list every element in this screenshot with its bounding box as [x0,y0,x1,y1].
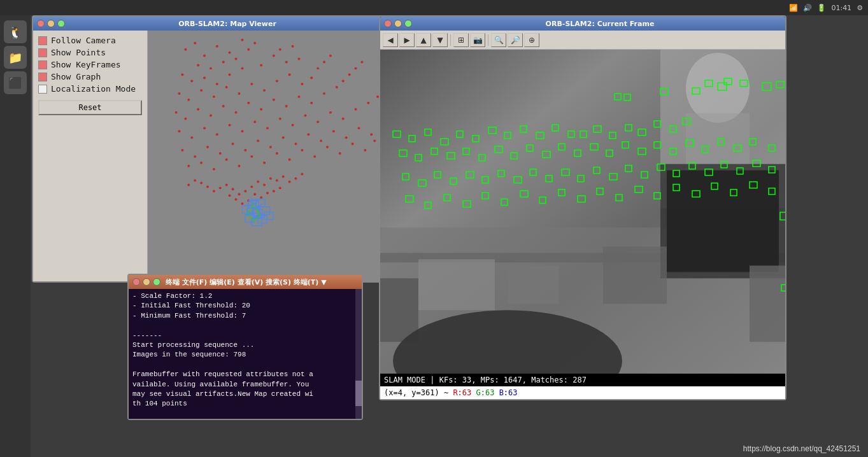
svg-point-8 [210,67,212,69]
svg-point-124 [187,183,190,186]
show-points-row[interactable]: Show Points [38,48,142,57]
svg-point-44 [222,105,225,108]
map-viewer-titlebar: ORB-SLAM2: Map Viewer [33,17,387,31]
follow-camera-row[interactable]: Follow Camera [38,36,142,45]
frame-titlebar: ORB-SLAM2: Current Frame [380,17,785,31]
close-button[interactable] [37,20,45,27]
show-points-checkbox[interactable] [38,48,47,57]
svg-point-30 [238,92,240,95]
dock-icon-ubuntu[interactable]: 🐧 [4,20,27,43]
svg-point-14 [190,80,193,82]
svg-point-10 [235,58,238,60]
svg-point-120 [213,190,215,192]
frame-minimize-button[interactable] [394,20,402,27]
frame-close-button[interactable] [384,20,392,27]
svg-point-1 [184,48,187,51]
map-controls: Follow Camera Show Points Show KeyFrames… [33,31,148,281]
show-keyframes-row[interactable]: Show KeyFrames [38,60,142,69]
svg-point-129 [301,173,303,176]
svg-point-101 [276,152,278,155]
minimize-button[interactable] [47,20,55,27]
svg-point-22 [285,60,288,63]
svg-point-4 [216,45,218,48]
dock-icon-terminal[interactable]: ⬛ [4,71,27,94]
svg-point-49 [285,105,288,108]
svg-point-102 [288,158,291,161]
svg-point-41 [184,118,187,120]
toolbar-down-button[interactable]: ▼ [432,33,448,47]
toolbar-up-button[interactable]: ▲ [416,33,431,47]
svg-point-23 [292,45,294,48]
terminal-line-9: Framebuffer with requested attributes no… [132,370,358,379]
svg-point-138 [279,186,281,189]
svg-point-131 [260,196,262,199]
svg-point-109 [373,139,376,142]
terminal-line-2: - Initial Fast Threshold: 20 [132,301,358,311]
svg-point-12 [253,42,256,45]
toolbar-camera-button[interactable]: 📷 [470,33,485,47]
svg-point-26 [187,99,190,101]
maximize-button[interactable] [57,20,65,27]
terminal-maximize-button[interactable] [153,278,160,286]
terminal-close-button[interactable] [132,278,140,286]
svg-point-136 [229,194,231,197]
terminal-scrollbar-thumb[interactable] [355,381,362,406]
follow-camera-checkbox[interactable] [38,36,47,45]
svg-point-64 [253,120,256,123]
svg-point-122 [200,181,203,184]
terminal-title: 终端 文件(F) 编辑(E) 查看(V) 搜索(S) 终端(T) ▼ [166,278,358,287]
svg-point-9 [222,60,225,63]
svg-point-38 [323,60,325,63]
svg-point-72 [355,108,357,111]
svg-point-96 [213,168,215,171]
coord-xy: (x=4, y=361) ~ [384,388,453,397]
terminal-line-7: Images in the sequence: 798 [132,350,358,360]
svg-rect-171 [418,259,495,310]
dock-icon-files[interactable]: 📁 [4,46,27,69]
frame-toolbar: ◀ ▶ ▲ ▼ ⊞ 📷 🔍 🔎 ⊕ [380,31,785,50]
show-graph-row[interactable]: Show Graph [38,72,142,81]
svg-point-73 [367,102,369,104]
show-graph-checkbox[interactable] [38,73,47,81]
reset-button[interactable]: Reset [38,100,142,115]
toolbar-reset-zoom-button[interactable]: ⊕ [524,33,539,47]
terminal-titlebar: 终端 文件(F) 编辑(E) 查看(V) 搜索(S) 终端(T) ▼ [129,275,362,289]
localization-mode-checkbox[interactable] [38,85,47,94]
toolbar-zoom-out-button[interactable]: 🔎 [508,33,523,47]
svg-point-66 [279,118,281,120]
map-viewer-content: Follow Camera Show Points Show KeyFrames… [33,31,387,281]
toolbar-home-button[interactable]: ⊞ [453,33,469,47]
svg-point-91 [370,133,373,136]
svg-point-132 [266,192,269,194]
svg-point-46 [247,102,250,104]
svg-point-52 [323,92,325,95]
taskbar: 📶 🔊 🔋 01:41 ⚙ [0,0,868,15]
toolbar-back-button[interactable]: ◀ [383,33,398,47]
terminal-content-area: - Scale Factor: 1.2 - Initial Fast Thres… [129,289,362,419]
frame-maximize-button[interactable] [404,20,412,27]
show-keyframes-checkbox[interactable] [38,60,47,69]
svg-point-68 [304,115,306,117]
terminal-minimize-button[interactable] [143,278,150,286]
svg-point-103 [301,149,303,151]
svg-point-32 [263,89,266,92]
toolbar-zoom-in-button[interactable]: 🔍 [491,33,506,47]
toolbar-forward-button[interactable]: ▶ [399,33,415,47]
coord-g: G:63 [476,388,499,397]
svg-point-16 [216,83,218,85]
svg-rect-0 [148,31,387,281]
svg-point-17 [229,73,231,76]
svg-point-104 [313,155,316,158]
localization-mode-row[interactable]: Localization Mode [38,84,142,94]
svg-point-89 [345,136,348,139]
svg-point-118 [225,183,228,186]
svg-point-36 [310,76,313,79]
ubuntu-dock: 🐧 📁 ⬛ [0,15,31,457]
svg-point-134 [241,202,243,205]
svg-point-13 [181,73,183,76]
terminal-window: 终端 文件(F) 编辑(E) 查看(V) 搜索(S) 终端(T) ▼ - Sca… [127,274,363,420]
svg-point-51 [310,102,313,104]
svg-point-59 [190,136,193,139]
svg-point-50 [297,95,300,98]
terminal-scrollbar[interactable] [355,289,362,419]
